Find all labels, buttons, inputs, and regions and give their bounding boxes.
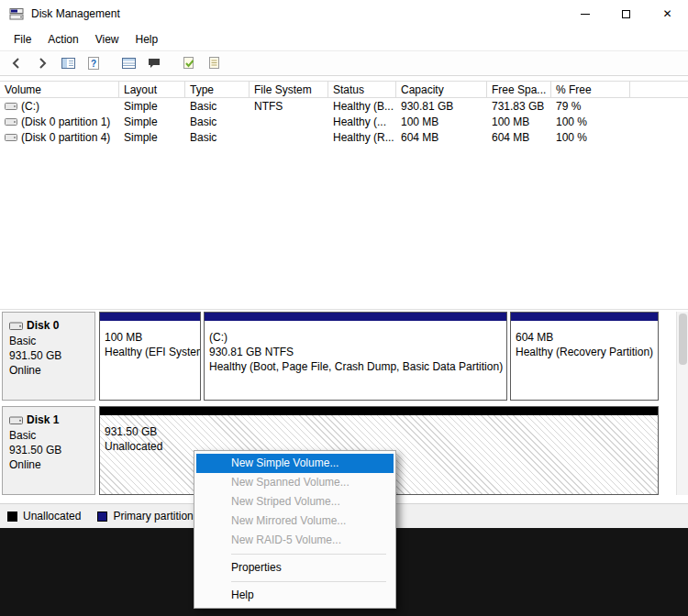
vertical-scrollbar[interactable]	[676, 312, 688, 495]
cell-pct-free: 79 %	[551, 100, 630, 113]
disk-size: 931.50 GB	[9, 443, 88, 457]
disk-name: Disk 0	[27, 319, 59, 332]
menu-file[interactable]: File	[6, 29, 39, 50]
cell-capacity: 604 MB	[396, 131, 487, 144]
disk-0-partitions: 100 MB Healthy (EFI System (C:) 930.81 G…	[99, 312, 659, 401]
disk-name: Disk 1	[27, 413, 59, 426]
scrollbar-thumb[interactable]	[679, 314, 687, 365]
cell-volume: (Disk 0 partition 4)	[21, 131, 110, 144]
volume-list: Volume Layout Type File System Status Ca…	[0, 76, 688, 309]
menu-help[interactable]: Help	[128, 29, 167, 50]
column-header-file-system[interactable]: File System	[250, 82, 328, 97]
maximize-button[interactable]	[605, 0, 647, 28]
partition-status: Healthy (Recovery Partition)	[516, 345, 653, 359]
cell-capacity: 930.81 GB	[396, 100, 487, 113]
table-row[interactable]: (Disk 0 partition 4) Simple Basic Health…	[0, 129, 688, 145]
menu-separator	[231, 554, 386, 555]
minimize-button[interactable]	[564, 0, 605, 28]
cell-type: Basic	[185, 116, 250, 128]
volume-list-header: Volume Layout Type File System Status Ca…	[0, 81, 688, 98]
volume-icon	[5, 132, 17, 143]
cell-layout: Simple	[119, 131, 185, 144]
disk-0-info-panel[interactable]: Disk 0 Basic 931.50 GB Online	[2, 312, 95, 401]
partition-title: (C:)	[209, 330, 502, 345]
menu-separator	[231, 581, 386, 582]
column-header-filler	[630, 82, 688, 97]
close-button[interactable]: ✕	[647, 0, 688, 28]
partition-efi-system[interactable]: 100 MB Healthy (EFI System	[99, 312, 201, 401]
menu-item-help[interactable]: Help	[194, 586, 395, 605]
volume-icon	[5, 116, 17, 127]
menu-item-new-mirrored-volume: New Mirrored Volume...	[194, 512, 395, 531]
disk-icon	[9, 414, 23, 426]
cell-file-system: NTFS	[250, 100, 328, 113]
action-bubble-icon[interactable]	[143, 53, 165, 73]
menu-action[interactable]: Action	[39, 29, 86, 50]
cell-status: Healthy (...	[328, 116, 396, 128]
cell-capacity: 100 MB	[396, 116, 487, 128]
partition-color-strip	[100, 313, 200, 321]
legend-label: Primary partition	[113, 510, 193, 522]
disk-1-info-panel[interactable]: Disk 1 Basic 931.50 GB Online	[2, 406, 95, 495]
partition-size: 604 MB	[516, 330, 653, 345]
console-tree-icon[interactable]	[57, 53, 79, 73]
table-row[interactable]: (Disk 0 partition 1) Simple Basic Health…	[0, 114, 688, 129]
disk-size: 931.50 GB	[9, 348, 88, 363]
cell-status: Healthy (R...	[328, 131, 396, 144]
back-icon[interactable]	[6, 53, 28, 73]
disk-icon	[9, 320, 23, 332]
maximize-icon	[622, 10, 630, 18]
menu-item-new-raid5-volume: New RAID-5 Volume...	[194, 531, 395, 550]
column-header-pct-free[interactable]: % Free	[551, 82, 630, 97]
partition-status: Healthy (EFI System	[105, 345, 195, 359]
column-header-free-space[interactable]: Free Spa...	[487, 82, 551, 97]
column-header-layout[interactable]: Layout	[119, 82, 185, 97]
partition-size: 930.81 GB NTFS	[209, 345, 502, 359]
cell-status: Healthy (B...	[328, 100, 396, 113]
window-title: Disk Management	[31, 7, 120, 20]
close-icon: ✕	[662, 8, 671, 19]
partition-color-strip	[511, 313, 658, 321]
cell-type: Basic	[185, 100, 250, 113]
cell-pct-free: 100 %	[551, 131, 630, 144]
svg-text:?: ?	[91, 59, 96, 69]
cell-free-space: 604 MB	[487, 131, 551, 144]
titlebar: Disk Management ✕	[0, 0, 688, 28]
column-header-capacity[interactable]: Capacity	[396, 82, 487, 97]
unallocated-swatch	[7, 512, 17, 522]
column-header-type[interactable]: Type	[185, 82, 250, 97]
table-row[interactable]: (C:) Simple Basic NTFS Healthy (B... 930…	[0, 98, 688, 114]
legend-label: Unallocated	[23, 510, 81, 522]
help-icon[interactable]: ?	[83, 53, 105, 73]
legend-item-unallocated: Unallocated	[7, 510, 81, 522]
column-header-volume[interactable]: Volume	[0, 82, 119, 97]
disk-kind: Basic	[9, 428, 88, 443]
column-header-status[interactable]: Status	[328, 82, 396, 97]
partition-size: 100 MB	[105, 330, 195, 345]
partition-size: 931.50 GB	[105, 424, 653, 439]
toolbar: ?	[0, 50, 688, 76]
partition-color-strip	[205, 313, 506, 321]
app-icon	[9, 6, 24, 21]
menu-item-new-simple-volume[interactable]: New Simple Volume...	[196, 454, 394, 473]
disk-kind: Basic	[9, 334, 88, 348]
menu-item-properties[interactable]: Properties	[194, 558, 395, 578]
menu-item-new-striped-volume: New Striped Volume...	[194, 492, 395, 512]
menu-view[interactable]: View	[87, 29, 128, 50]
cell-volume: (C:)	[21, 100, 39, 113]
cell-volume: (Disk 0 partition 1)	[21, 116, 110, 128]
menu-item-new-spanned-volume: New Spanned Volume...	[194, 473, 395, 492]
primary-partition-swatch	[97, 512, 107, 522]
forward-icon[interactable]	[31, 53, 53, 73]
check-document-icon[interactable]	[178, 53, 200, 73]
cell-layout: Simple	[119, 100, 185, 113]
context-menu: New Simple Volume... New Spanned Volume.…	[194, 450, 396, 609]
partition-recovery[interactable]: 604 MB Healthy (Recovery Partition)	[510, 312, 659, 401]
list-view-icon[interactable]	[117, 53, 139, 73]
document-icon[interactable]	[204, 53, 226, 73]
partition-c-drive[interactable]: (C:) 930.81 GB NTFS Healthy (Boot, Page …	[204, 312, 507, 401]
partition-status: Healthy (Boot, Page File, Crash Dump, Ba…	[209, 359, 502, 374]
partition-color-strip	[100, 407, 658, 415]
cell-free-space: 100 MB	[487, 116, 551, 128]
disk-0-row: Disk 0 Basic 931.50 GB Online 100 MB Hea…	[2, 312, 673, 401]
